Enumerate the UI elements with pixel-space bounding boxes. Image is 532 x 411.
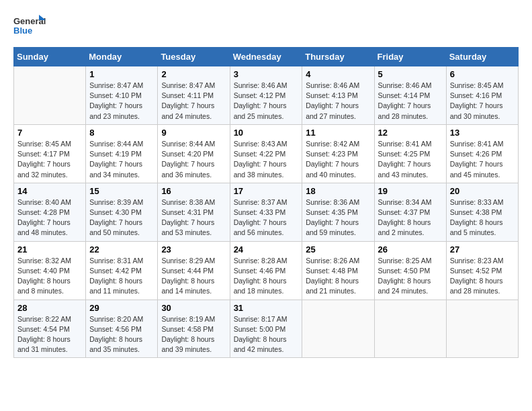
- day-header-monday: Monday: [86, 48, 158, 66]
- calendar-week-3: 14Sunrise: 8:40 AM Sunset: 4:28 PM Dayli…: [14, 183, 519, 241]
- calendar-cell: 28Sunrise: 8:22 AM Sunset: 4:54 PM Dayli…: [14, 300, 86, 358]
- calendar-cell: 22Sunrise: 8:31 AM Sunset: 4:42 PM Dayli…: [86, 241, 158, 300]
- calendar-cell: 9Sunrise: 8:44 AM Sunset: 4:20 PM Daylig…: [158, 124, 230, 183]
- day-header-sunday: Sunday: [14, 48, 86, 66]
- day-info: Sunrise: 8:46 AM Sunset: 4:14 PM Dayligh…: [378, 81, 443, 122]
- day-header-thursday: Thursday: [302, 48, 374, 66]
- calendar-week-4: 21Sunrise: 8:32 AM Sunset: 4:40 PM Dayli…: [14, 241, 519, 300]
- calendar-cell: [302, 300, 374, 358]
- calendar-cell: 8Sunrise: 8:44 AM Sunset: 4:19 PM Daylig…: [86, 124, 158, 183]
- calendar-cell: 5Sunrise: 8:46 AM Sunset: 4:14 PM Daylig…: [374, 66, 446, 125]
- day-info: Sunrise: 8:23 AM Sunset: 4:52 PM Dayligh…: [450, 256, 515, 297]
- day-number: 10: [234, 128, 299, 138]
- calendar-header-row: SundayMondayTuesdayWednesdayThursdayFrid…: [14, 48, 519, 66]
- day-info: Sunrise: 8:17 AM Sunset: 5:00 PM Dayligh…: [234, 314, 299, 355]
- day-header-friday: Friday: [374, 48, 446, 66]
- day-number: 13: [450, 128, 515, 138]
- day-number: 5: [378, 69, 443, 79]
- calendar-week-1: 1Sunrise: 8:47 AM Sunset: 4:10 PM Daylig…: [14, 66, 519, 125]
- day-number: 4: [306, 69, 370, 79]
- day-number: 3: [234, 69, 299, 79]
- day-number: 25: [306, 244, 370, 255]
- calendar-cell: 1Sunrise: 8:47 AM Sunset: 4:10 PM Daylig…: [86, 66, 158, 125]
- day-info: Sunrise: 8:42 AM Sunset: 4:23 PM Dayligh…: [306, 139, 370, 180]
- day-number: 21: [17, 244, 82, 255]
- day-info: Sunrise: 8:46 AM Sunset: 4:12 PM Dayligh…: [234, 81, 299, 122]
- day-info: Sunrise: 8:43 AM Sunset: 4:22 PM Dayligh…: [234, 139, 299, 180]
- day-number: 20: [450, 186, 515, 196]
- day-number: 28: [17, 303, 82, 313]
- calendar-cell: 13Sunrise: 8:41 AM Sunset: 4:26 PM Dayli…: [446, 124, 518, 183]
- day-header-saturday: Saturday: [446, 48, 518, 66]
- day-info: Sunrise: 8:39 AM Sunset: 4:30 PM Dayligh…: [89, 197, 154, 238]
- day-info: Sunrise: 8:36 AM Sunset: 4:35 PM Dayligh…: [306, 197, 370, 238]
- day-number: 16: [161, 186, 226, 196]
- day-info: Sunrise: 8:20 AM Sunset: 4:56 PM Dayligh…: [89, 314, 154, 355]
- day-number: 7: [17, 128, 82, 138]
- day-number: 2: [161, 69, 226, 79]
- day-number: 24: [234, 244, 299, 255]
- calendar-cell: 18Sunrise: 8:36 AM Sunset: 4:35 PM Dayli…: [302, 183, 374, 241]
- calendar-table: SundayMondayTuesdayWednesdayThursdayFrid…: [13, 47, 519, 358]
- day-info: Sunrise: 8:45 AM Sunset: 4:17 PM Dayligh…: [17, 139, 82, 180]
- page-header: GeneralBlue: [13, 13, 519, 40]
- day-info: Sunrise: 8:40 AM Sunset: 4:28 PM Dayligh…: [17, 197, 82, 238]
- day-number: 27: [450, 244, 515, 255]
- calendar-cell: 21Sunrise: 8:32 AM Sunset: 4:40 PM Dayli…: [14, 241, 86, 300]
- calendar-week-5: 28Sunrise: 8:22 AM Sunset: 4:54 PM Dayli…: [14, 300, 519, 358]
- day-info: Sunrise: 8:44 AM Sunset: 4:20 PM Dayligh…: [161, 139, 226, 180]
- logo-svg: GeneralBlue: [13, 13, 47, 40]
- calendar-cell: 4Sunrise: 8:46 AM Sunset: 4:13 PM Daylig…: [302, 66, 374, 125]
- calendar-cell: 24Sunrise: 8:28 AM Sunset: 4:46 PM Dayli…: [230, 241, 302, 300]
- day-number: 6: [450, 69, 515, 79]
- day-info: Sunrise: 8:31 AM Sunset: 4:42 PM Dayligh…: [89, 256, 154, 297]
- day-info: Sunrise: 8:41 AM Sunset: 4:25 PM Dayligh…: [378, 139, 443, 180]
- svg-text:Blue: Blue: [13, 26, 32, 36]
- day-number: 22: [89, 244, 154, 255]
- day-info: Sunrise: 8:25 AM Sunset: 4:50 PM Dayligh…: [378, 256, 443, 297]
- day-header-tuesday: Tuesday: [158, 48, 230, 66]
- day-number: 15: [89, 186, 154, 196]
- calendar-body: 1Sunrise: 8:47 AM Sunset: 4:10 PM Daylig…: [14, 66, 519, 358]
- calendar-cell: 30Sunrise: 8:19 AM Sunset: 4:58 PM Dayli…: [158, 300, 230, 358]
- day-info: Sunrise: 8:26 AM Sunset: 4:48 PM Dayligh…: [306, 256, 370, 297]
- calendar-cell: 3Sunrise: 8:46 AM Sunset: 4:12 PM Daylig…: [230, 66, 302, 125]
- day-info: Sunrise: 8:44 AM Sunset: 4:19 PM Dayligh…: [89, 139, 154, 180]
- day-number: 19: [378, 186, 443, 196]
- calendar-cell: 26Sunrise: 8:25 AM Sunset: 4:50 PM Dayli…: [374, 241, 446, 300]
- calendar-cell: 11Sunrise: 8:42 AM Sunset: 4:23 PM Dayli…: [302, 124, 374, 183]
- calendar-cell: 6Sunrise: 8:45 AM Sunset: 4:16 PM Daylig…: [446, 66, 518, 125]
- day-info: Sunrise: 8:47 AM Sunset: 4:11 PM Dayligh…: [161, 81, 226, 122]
- calendar-cell: [446, 300, 518, 358]
- calendar-cell: [374, 300, 446, 358]
- day-number: 31: [234, 303, 299, 313]
- calendar-cell: 16Sunrise: 8:38 AM Sunset: 4:31 PM Dayli…: [158, 183, 230, 241]
- day-info: Sunrise: 8:37 AM Sunset: 4:33 PM Dayligh…: [234, 197, 299, 238]
- calendar-cell: 19Sunrise: 8:34 AM Sunset: 4:37 PM Dayli…: [374, 183, 446, 241]
- day-number: 11: [306, 128, 370, 138]
- calendar-cell: [14, 66, 86, 125]
- day-number: 30: [161, 303, 226, 313]
- day-number: 23: [161, 244, 226, 255]
- day-info: Sunrise: 8:41 AM Sunset: 4:26 PM Dayligh…: [450, 139, 515, 180]
- calendar-cell: 15Sunrise: 8:39 AM Sunset: 4:30 PM Dayli…: [86, 183, 158, 241]
- calendar-cell: 14Sunrise: 8:40 AM Sunset: 4:28 PM Dayli…: [14, 183, 86, 241]
- day-info: Sunrise: 8:45 AM Sunset: 4:16 PM Dayligh…: [450, 81, 515, 122]
- day-info: Sunrise: 8:38 AM Sunset: 4:31 PM Dayligh…: [161, 197, 226, 238]
- calendar-cell: 29Sunrise: 8:20 AM Sunset: 4:56 PM Dayli…: [86, 300, 158, 358]
- day-number: 26: [378, 244, 443, 255]
- calendar-cell: 27Sunrise: 8:23 AM Sunset: 4:52 PM Dayli…: [446, 241, 518, 300]
- day-number: 1: [89, 69, 154, 79]
- calendar-cell: 2Sunrise: 8:47 AM Sunset: 4:11 PM Daylig…: [158, 66, 230, 125]
- calendar-cell: 25Sunrise: 8:26 AM Sunset: 4:48 PM Dayli…: [302, 241, 374, 300]
- day-info: Sunrise: 8:19 AM Sunset: 4:58 PM Dayligh…: [161, 314, 226, 355]
- day-number: 18: [306, 186, 370, 196]
- calendar-cell: 31Sunrise: 8:17 AM Sunset: 5:00 PM Dayli…: [230, 300, 302, 358]
- day-number: 9: [161, 128, 226, 138]
- calendar-cell: 17Sunrise: 8:37 AM Sunset: 4:33 PM Dayli…: [230, 183, 302, 241]
- day-number: 14: [17, 186, 82, 196]
- day-info: Sunrise: 8:34 AM Sunset: 4:37 PM Dayligh…: [378, 197, 443, 238]
- day-info: Sunrise: 8:46 AM Sunset: 4:13 PM Dayligh…: [306, 81, 370, 122]
- day-info: Sunrise: 8:47 AM Sunset: 4:10 PM Dayligh…: [89, 81, 154, 122]
- day-header-wednesday: Wednesday: [230, 48, 302, 66]
